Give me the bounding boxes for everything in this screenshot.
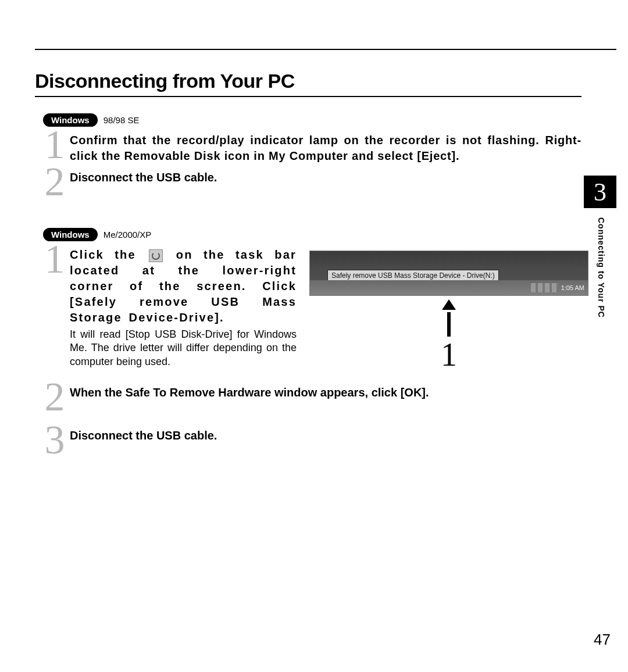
- step-text: Click the on the task bar located at the…: [70, 247, 297, 326]
- step-number: 3: [43, 423, 66, 457]
- win98-step-1: 1 Confirm that the record/play indicator…: [43, 133, 581, 164]
- windows-taskbar: 1:05 AM: [310, 280, 588, 295]
- page-number: 47: [594, 631, 611, 649]
- page-content: Disconnecting from Your PC Windows 98/98…: [35, 70, 581, 463]
- step-text: Confirm that the record/play indicator l…: [70, 133, 581, 164]
- step-note: It will read [Stop USB Disk-Drive] for W…: [70, 328, 297, 369]
- os-version-text: Me/2000/XP: [104, 230, 152, 240]
- figure-callout-number: 1: [309, 340, 588, 369]
- taskbar-clock: 1:05 AM: [561, 284, 584, 291]
- step-text: Disconnect the USB cable.: [70, 428, 581, 444]
- os-version-text: 98/98 SE: [104, 115, 140, 125]
- taskbar-screenshot: Safely remove USB Mass Storage Device - …: [309, 251, 588, 296]
- chapter-tab: 3: [584, 176, 616, 208]
- safely-remove-tooltip: Safely remove USB Mass Storage Device - …: [327, 270, 499, 281]
- step-number: 1: [43, 242, 66, 276]
- step-number: 2: [43, 380, 66, 414]
- callout-arrow: [309, 299, 588, 337]
- win98-step-2: 2 Disconnect the USB cable.: [43, 170, 581, 199]
- top-divider: [35, 49, 616, 50]
- os-header-win98: Windows 98/98 SE: [43, 113, 581, 127]
- taskbar-screenshot-figure: Safely remove USB Mass Storage Device - …: [309, 247, 588, 369]
- os-header-winme: Windows Me/2000/XP: [43, 228, 581, 241]
- step-text: When the Safe To Remove Hardware window …: [70, 385, 581, 401]
- step-number: 1: [43, 128, 66, 162]
- chapter-label: Connecting to Your PC: [597, 217, 606, 318]
- step-number: 2: [43, 165, 66, 199]
- step-text: Disconnect the USB cable.: [70, 170, 581, 185]
- winme-step-2: 2 When the Safe To Remove Hardware windo…: [43, 385, 581, 414]
- safely-remove-icon: [149, 249, 163, 262]
- winme-step-3: 3 Disconnect the USB cable.: [43, 428, 581, 457]
- system-tray-icons: [531, 283, 559, 292]
- winme-step-1: 1 Click the on the task bar located at t…: [43, 247, 297, 369]
- page-title: Disconnecting from Your PC: [35, 70, 581, 97]
